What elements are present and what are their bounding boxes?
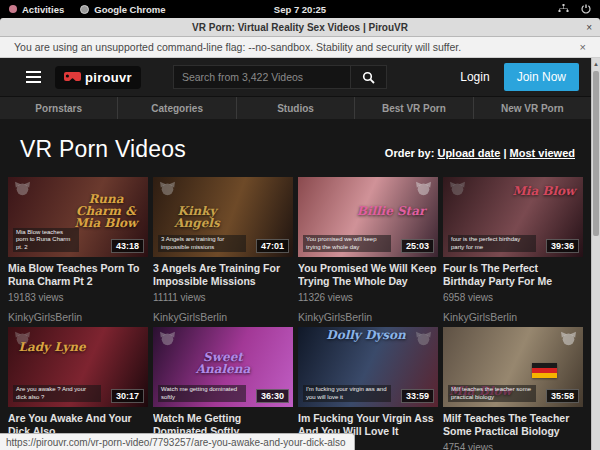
video-card[interactable]: Mia Blow Milf teaches the teacher some p… — [443, 327, 583, 450]
nav-item-best-vr-porn[interactable]: Best VR Porn — [355, 97, 473, 119]
window-title: VR Porn: Virtual Reality Sex Videos | Pi… — [192, 22, 408, 33]
thumbnail-caption: You promised we will keep trying the who… — [303, 235, 391, 252]
nav-item-pornstars[interactable]: Pornstars — [0, 97, 118, 119]
video-title[interactable]: You Promised We Will Keep Trying The Who… — [298, 262, 438, 288]
video-card[interactable]: Sweet Analena Watch me getting dominated… — [153, 327, 293, 450]
video-title[interactable]: Four Is The Perfect Birthday Party For M… — [443, 262, 583, 288]
thumbnail-overlay-title: Billie Star — [352, 205, 430, 217]
join-now-button[interactable]: Join Now — [504, 63, 579, 91]
thumbnail-overlay-title: Mia Blow — [509, 185, 579, 197]
system-top-bar: Sep 7 20:25 Activities Google Chrome — [0, 0, 600, 18]
duration-badge: 47:01 — [256, 239, 289, 253]
video-title[interactable]: Milf Teaches The Teacher Some Practical … — [443, 412, 583, 438]
activities-icon — [9, 5, 17, 13]
active-app-label: Google Chrome — [94, 4, 165, 15]
vr-goggles-icon — [64, 72, 81, 83]
video-thumbnail[interactable]: Dolly Dyson I'm fucking your virgin ass … — [298, 327, 438, 407]
search-icon — [362, 71, 375, 84]
video-thumbnail[interactable]: Mia Blow Milf teaches the teacher some p… — [443, 327, 583, 407]
video-thumbnail[interactable]: Kinky Angels 3 Angels are training for i… — [153, 177, 293, 257]
video-thumbnail[interactable]: Runa Charm & Mia Blow Mia Blow teaches p… — [8, 177, 148, 257]
infobar-close-button[interactable]: × — [580, 41, 586, 53]
main-nav: Pornstars Categories Studios Best VR Por… — [0, 96, 591, 119]
video-card[interactable]: Billie Star You promised we will keep tr… — [298, 177, 438, 323]
video-card[interactable]: Dolly Dyson I'm fucking your virgin ass … — [298, 327, 438, 450]
network-icon[interactable] — [558, 4, 569, 14]
order-by-label: Order by: — [385, 147, 435, 159]
channel-link[interactable]: KinkyGirlsBerlin — [153, 311, 293, 323]
chrome-icon — [80, 5, 89, 14]
video-card[interactable]: Lady Lyne Are you awake ? And your dick … — [8, 327, 148, 450]
order-most-viewed-link[interactable]: Most viewed — [510, 147, 575, 159]
view-count: 11111 views — [153, 292, 293, 303]
video-card[interactable]: Mia Blow four is the perfect birthday pa… — [443, 177, 583, 323]
site-logo[interactable]: pirouvr — [55, 66, 141, 89]
video-grid: Runa Charm & Mia Blow Mia Blow teaches p… — [0, 173, 591, 450]
order-by-control: Order by: Upload date | Most viewed — [385, 147, 575, 159]
duration-badge: 43:18 — [111, 239, 144, 253]
page-heading-row: VR Porn Videos Order by: Upload date | M… — [0, 119, 591, 173]
thumbnail-caption: Are you awake ? And your dick also ? — [13, 385, 101, 402]
order-upload-date-link[interactable]: Upload date — [437, 147, 500, 159]
hamburger-menu-icon[interactable] — [26, 71, 41, 83]
duration-badge: 39:36 — [546, 239, 579, 253]
browser-title-bar: VR Porn: Virtual Reality Sex Videos | Pi… — [0, 18, 600, 37]
thumbnail-caption: 3 Angels are training for impossible mis… — [158, 235, 246, 252]
cat-mask-watermark-icon — [560, 331, 577, 350]
infobar-message: You are using an unsupported command-lin… — [14, 41, 461, 53]
thumbnail-caption: I'm fucking your virgin ass and you will… — [303, 385, 391, 402]
view-count: 19183 views — [8, 292, 148, 303]
window-close-button[interactable]: × — [586, 18, 592, 36]
thumbnail-overlay-title: Lady Lyne — [16, 341, 88, 353]
duration-badge: 33:59 — [401, 389, 434, 403]
thumbnail-caption: Milf teaches the teacher some practical … — [448, 385, 536, 402]
video-title[interactable]: 3 Angels Are Training For Impossible Mis… — [153, 262, 293, 288]
duration-badge: 36:30 — [256, 389, 289, 403]
video-thumbnail[interactable]: Billie Star You promised we will keep tr… — [298, 177, 438, 257]
nav-item-studios[interactable]: Studios — [237, 97, 355, 119]
video-thumbnail[interactable]: Sweet Analena Watch me getting dominated… — [153, 327, 293, 407]
nav-item-new-vr-porn[interactable]: New VR Porn — [474, 97, 591, 119]
chrome-infobar: You are using an unsupported command-lin… — [0, 37, 600, 58]
duration-badge: 30:17 — [111, 389, 144, 403]
thumbnail-overlay-title: Dolly Dyson — [324, 329, 408, 341]
thumbnail-overlay-title: Kinky Angels — [161, 205, 233, 229]
channel-link[interactable]: KinkyGirlsBerlin — [8, 311, 148, 323]
view-count: 11326 views — [298, 292, 438, 303]
search-button[interactable] — [351, 65, 387, 89]
cat-mask-watermark-icon — [415, 331, 432, 350]
activities-button[interactable]: Activities — [9, 4, 64, 15]
video-thumbnail[interactable]: Lady Lyne Are you awake ? And your dick … — [8, 327, 148, 407]
nav-item-categories[interactable]: Categories — [118, 97, 236, 119]
scrollbar-up-arrow-icon[interactable]: ▲ — [592, 59, 600, 69]
active-app-menu[interactable]: Google Chrome — [80, 4, 165, 15]
cat-mask-watermark-icon — [159, 331, 176, 350]
login-link[interactable]: Login — [446, 70, 503, 84]
video-card[interactable]: Kinky Angels 3 Angels are training for i… — [153, 177, 293, 323]
video-title[interactable]: Mia Blow Teaches Porn To Runa Charm Pt 2 — [8, 262, 148, 288]
site-header: pirouvr Login Join Now — [0, 58, 591, 96]
search-input[interactable] — [173, 65, 351, 89]
status-url-tooltip: https://pirouvr.com/vr-porn-video/779325… — [0, 433, 355, 450]
page-title: VR Porn Videos — [20, 136, 186, 163]
cat-mask-watermark-icon — [159, 181, 176, 200]
german-flag-icon — [532, 363, 557, 378]
thumbnail-overlay-title: Runa Charm & Mia Blow — [68, 193, 144, 229]
view-count: 4754 views — [443, 442, 583, 450]
channel-link[interactable]: KinkyGirlsBerlin — [443, 311, 583, 323]
video-card[interactable]: Runa Charm & Mia Blow Mia Blow teaches p… — [8, 177, 148, 323]
vertical-scrollbar[interactable]: ▲ — [591, 58, 600, 450]
duration-badge: 25:03 — [401, 239, 434, 253]
scrollbar-thumb[interactable] — [593, 71, 599, 236]
thumbnail-overlay-title: Sweet Analena — [177, 351, 269, 375]
logo-text: pirouvr — [85, 70, 132, 85]
video-thumbnail[interactable]: Mia Blow four is the perfect birthday pa… — [443, 177, 583, 257]
thumbnail-caption: four is the perfect birthday party for m… — [448, 235, 536, 252]
browser-viewport: pirouvr Login Join Now Pornstars Categor… — [0, 58, 600, 450]
channel-link[interactable]: KinkyGirlsBerlin — [298, 311, 438, 323]
search-bar — [173, 65, 387, 89]
thumbnail-caption: Watch me getting dominated softly — [158, 385, 246, 402]
activities-label: Activities — [22, 4, 64, 15]
power-icon[interactable] — [581, 4, 591, 14]
thumbnail-caption: Mia Blow teaches porn to Runa Charm pt. … — [13, 228, 79, 253]
